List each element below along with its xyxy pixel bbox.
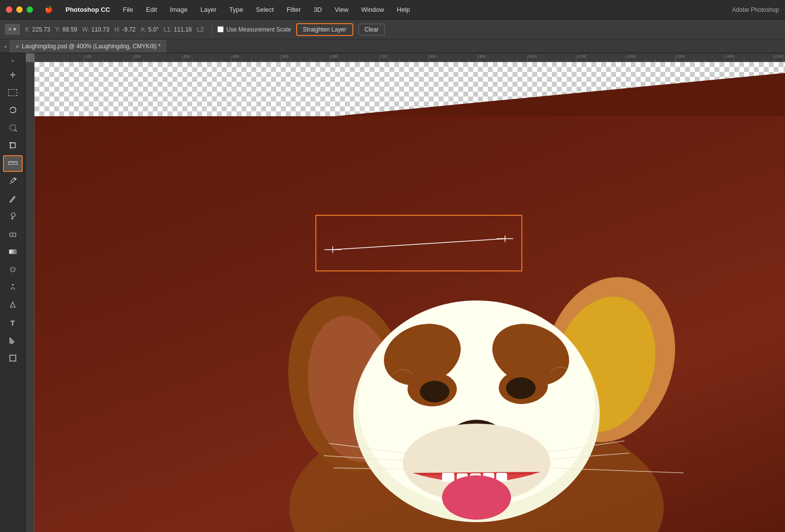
apple-menu[interactable]: 🍎 [43, 5, 55, 14]
svg-text:1400: 1400 [725, 54, 734, 59]
minimize-button[interactable] [16, 6, 23, 13]
transparency-area [34, 62, 785, 116]
document-tab-label: Laughingdog.psd @ 400% (Laughingdog, CMY… [22, 43, 161, 50]
tool-lasso[interactable] [3, 102, 23, 119]
l2-label: L2: [197, 26, 205, 33]
eraser-icon [8, 230, 17, 240]
use-measurement-scale-checkbox[interactable] [217, 26, 224, 33]
tool-shape[interactable] [3, 350, 23, 367]
menu-select[interactable]: Select [254, 5, 275, 14]
straighten-layer-button[interactable]: Straighten Layer [296, 23, 353, 36]
angle-value: A: 5.0° [140, 26, 159, 33]
tool-path-select[interactable] [3, 332, 23, 349]
menu-window[interactable]: Window [359, 5, 386, 14]
ruler-icon: ⌗ [8, 26, 11, 33]
menu-filter[interactable]: Filter [285, 5, 303, 14]
quick-select-icon [8, 123, 17, 133]
tool-eyedropper[interactable] [3, 173, 23, 190]
svg-text:700: 700 [380, 54, 387, 59]
tool-pen[interactable] [3, 297, 23, 314]
tab-close-icon[interactable]: ✕ [15, 44, 19, 49]
tool-crop[interactable] [3, 137, 23, 154]
svg-text:1300: 1300 [676, 54, 685, 59]
svg-text:1100: 1100 [578, 54, 586, 59]
y-label: Y: [55, 26, 61, 33]
tool-clone-stamp[interactable] [3, 208, 23, 225]
blur-icon [8, 265, 17, 275]
menu-file[interactable]: File [121, 5, 135, 14]
height-value: H: -9.72 [114, 26, 136, 33]
menu-help[interactable]: Help [395, 5, 412, 14]
svg-text:1000: 1000 [528, 54, 537, 59]
svg-line-143 [333, 239, 505, 250]
gradient-icon [8, 247, 17, 258]
menu-edit[interactable]: Edit [144, 5, 159, 14]
clear-button[interactable]: Clear [358, 24, 385, 35]
ruler-vertical [26, 62, 34, 532]
measurement-scale-group: Use Measurement Scale [217, 26, 291, 33]
toolbar-collapse[interactable]: » [11, 56, 14, 66]
tool-text[interactable]: T [3, 315, 23, 332]
menu-type[interactable]: Type [227, 5, 245, 14]
a-label: A: [140, 26, 146, 33]
a-value: 5.0° [148, 26, 159, 33]
svg-text:1500: 1500 [775, 54, 784, 59]
ruler-horizontal: // Ruler ticks will be drawn by JS after… [34, 53, 785, 62]
tool-gradient[interactable] [3, 244, 23, 261]
use-measurement-scale-label: Use Measurement Scale [226, 26, 291, 33]
marquee-icon [8, 89, 17, 96]
menu-bar: 🍎 Photoshop CC File Edit Image Layer Typ… [43, 5, 412, 14]
l2-value: L2: [197, 26, 207, 33]
w-label: W: [82, 26, 89, 33]
svg-point-20 [12, 284, 13, 285]
tool-eraser[interactable] [3, 226, 23, 243]
main-container: » ✕ Laughingdog.psd @ 400% (Laughingdog,… [0, 39, 785, 532]
options-bar: ⌗ ▾ X: 225.73 Y: 88.59 W: 110.73 H: -9.7… [0, 20, 785, 39]
svg-text:400: 400 [233, 54, 239, 59]
svg-point-125 [420, 381, 449, 402]
clone-stamp-icon [8, 212, 17, 222]
svg-point-13 [11, 213, 15, 217]
tool-marquee[interactable] [3, 84, 23, 101]
svg-line-1 [15, 130, 17, 132]
ruler-tool-icon [7, 158, 18, 170]
menu-view[interactable]: View [333, 5, 350, 14]
lasso-icon [8, 105, 17, 116]
text-icon: T [10, 319, 15, 327]
tool-dodge[interactable] [3, 279, 23, 296]
move-icon: ✛ [10, 71, 16, 79]
l1-value: L1: 111.16 [164, 26, 192, 33]
canvas-viewport[interactable] [34, 62, 785, 532]
l1-label: L1: [164, 26, 172, 33]
menu-3d[interactable]: 3D [312, 5, 324, 14]
svg-text:200: 200 [134, 54, 141, 59]
svg-rect-21 [10, 355, 16, 361]
dropdown-arrow-icon: ▾ [13, 26, 16, 33]
svg-rect-131 [442, 473, 454, 482]
title-bar: 🍎 Photoshop CC File Edit Image Layer Typ… [0, 0, 785, 20]
tool-brush[interactable] [3, 191, 23, 207]
document-tab[interactable]: ✕ Laughingdog.psd @ 400% (Laughingdog, C… [10, 40, 166, 53]
adobe-label: Adobe Photoshop [732, 6, 779, 13]
menu-layer[interactable]: Layer [199, 5, 219, 14]
tool-ruler[interactable] [3, 155, 23, 172]
measure-box [315, 215, 522, 271]
tab-bar: » ✕ Laughingdog.psd @ 400% (Laughingdog,… [0, 39, 785, 53]
ruler-tool-selector[interactable]: ⌗ ▾ [5, 24, 20, 34]
menu-image[interactable]: Image [168, 5, 190, 14]
y-value: 88.59 [63, 26, 77, 33]
tool-move[interactable]: ✛ [3, 66, 23, 83]
tool-blur[interactable] [3, 262, 23, 278]
tool-quick-select[interactable] [3, 120, 23, 136]
collapse-panels-button[interactable]: » [4, 43, 7, 49]
svg-text:1200: 1200 [627, 54, 636, 59]
svg-rect-16 [9, 250, 16, 254]
maximize-button[interactable] [27, 6, 33, 13]
toolbar: » ✛ [0, 53, 26, 532]
close-button[interactable] [6, 6, 12, 13]
width-value: W: 110.73 [82, 26, 109, 33]
svg-rect-22 [34, 53, 785, 62]
svg-point-127 [506, 377, 536, 399]
app-name: Photoshop CC [64, 5, 112, 14]
canvas-area[interactable]: // Ruler ticks will be drawn by JS after… [26, 53, 785, 532]
